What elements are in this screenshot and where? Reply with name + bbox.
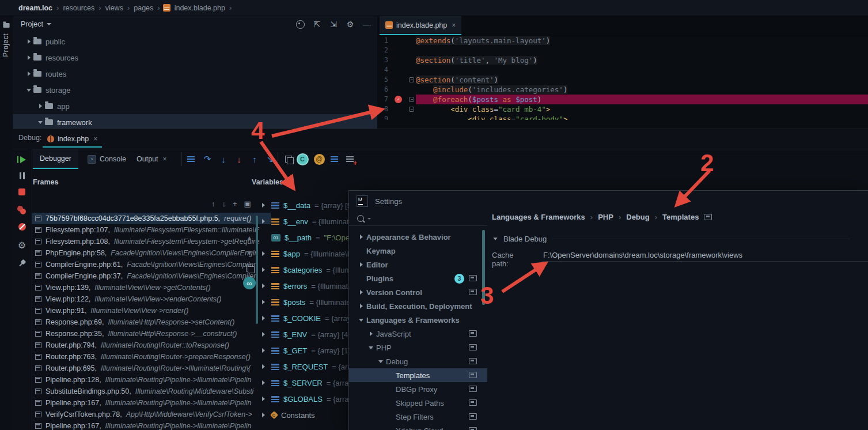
settings-item-plugins[interactable]: Plugins3 (349, 271, 487, 285)
code-area[interactable]: @extends('layouts.main-layout')@section(… (416, 36, 868, 120)
up-icon[interactable]: ↑ (211, 199, 215, 208)
settings-item-javascript[interactable]: JavaScript (349, 327, 487, 341)
layout-menu-icon[interactable] (184, 153, 197, 165)
gutter-line[interactable]: 4 (377, 65, 416, 75)
chevron-right-icon[interactable] (259, 364, 267, 369)
settings-breadcrumb-item[interactable]: PHP (598, 213, 613, 221)
sidebar-item-framework[interactable]: framework (13, 114, 377, 130)
settings-breadcrumb-item[interactable]: Languages & Frameworks (492, 213, 585, 221)
settings-item-languages-frameworks[interactable]: Languages & Frameworks (349, 313, 487, 327)
down-icon[interactable]: ↓ (222, 199, 226, 208)
chevron-right-icon[interactable] (357, 304, 365, 308)
frame-row[interactable]: Filesystem.php:107, Illuminate\Filesyste… (32, 224, 271, 236)
tab-output[interactable]: Output× (130, 149, 174, 169)
gutter-line[interactable]: 7✓ (377, 95, 416, 104)
settings-breadcrumb-item[interactable]: Templates (662, 213, 699, 221)
sidebar-item-public[interactable]: public (13, 33, 377, 50)
settings-item-step-filters[interactable]: Step Filters (349, 410, 487, 424)
infinity-icon[interactable]: ∞ (242, 276, 257, 291)
chevron-right-icon[interactable] (259, 413, 267, 417)
settings-item-version-control[interactable]: Version Control (349, 285, 487, 299)
editor-tab-index-blade-php[interactable]: index.blade.php × (380, 16, 461, 35)
debug-session-tab[interactable]: index.php × (43, 131, 102, 148)
gutter-line[interactable]: 2 (377, 46, 416, 55)
chevron-right-icon[interactable] (259, 397, 267, 401)
chevron-right-icon[interactable] (259, 251, 267, 256)
frame-row[interactable]: Response.php:35, Illuminate\Http\Respons… (32, 328, 271, 340)
chevron-right-icon[interactable] (24, 55, 33, 60)
expand-all-icon[interactable]: ⇱ (312, 20, 321, 29)
frame-row[interactable]: 75b7597bf68ccc04dc3771e8e335fa25ebbab55f… (32, 213, 271, 224)
add-icon[interactable]: + (233, 199, 237, 208)
locate-icon[interactable] (295, 20, 305, 29)
step-into-icon[interactable]: ↓ (217, 153, 230, 165)
chevron-right-icon[interactable] (357, 235, 365, 239)
chevron-right-icon[interactable] (259, 219, 267, 224)
chevron-down-icon[interactable] (36, 121, 45, 124)
gutter-line[interactable]: 8 (377, 104, 416, 114)
fold-marker-icon[interactable] (409, 107, 414, 112)
settings-item-editor[interactable]: Editor (349, 258, 487, 271)
chevron-right-icon[interactable] (36, 104, 45, 108)
chevron-down-icon[interactable] (24, 89, 33, 92)
chevron-down-icon[interactable] (367, 346, 375, 349)
run-to-cursor-icon[interactable]: ↘ (264, 153, 276, 165)
force-step-into-icon[interactable]: ↓ (233, 153, 245, 165)
gutter-line[interactable]: 5 (377, 75, 416, 85)
stop-icon[interactable] (17, 187, 27, 197)
resume-icon[interactable] (17, 154, 27, 165)
breadcrumb-item[interactable]: dream.loc (18, 4, 52, 12)
settings-item-debug[interactable]: Debug (349, 354, 487, 368)
settings-item-templates[interactable]: Templates (349, 368, 487, 382)
settings-item-skipped-paths[interactable]: Skipped Paths (349, 396, 487, 410)
blade-debug-section[interactable]: Blade Debug (493, 235, 850, 243)
settings-item-appearance-behavior[interactable]: Appearance & Behavior (349, 230, 487, 244)
chevron-right-icon[interactable] (259, 348, 267, 353)
frame-row[interactable]: PhpEngine.php:58, Facade\Ignition\Views\… (32, 247, 271, 259)
sidebar-item-app[interactable]: app (13, 98, 377, 114)
minus-icon[interactable]: − (242, 216, 257, 231)
chevron-right-icon[interactable] (259, 316, 267, 320)
chevron-right-icon[interactable] (259, 203, 267, 208)
settings-icon[interactable]: ⚙ (346, 20, 355, 29)
chevron-right-icon[interactable] (259, 380, 267, 385)
chevron-right-icon[interactable] (259, 332, 267, 337)
restore-layout-icon[interactable] (282, 153, 295, 165)
chevron-right-icon[interactable] (259, 284, 267, 288)
frame-row[interactable]: Pipeline.php:128, Illuminate\Routing\Pip… (32, 374, 271, 386)
breadcrumb-item[interactable]: resources (63, 4, 94, 12)
chevron-down-icon[interactable] (357, 319, 365, 322)
chevron-right-icon[interactable] (24, 39, 33, 44)
tab-console[interactable]: ›Console (81, 149, 133, 169)
settings-item-build-execution-deployment[interactable]: Build, Execution, Deployment (349, 299, 487, 313)
frame-row[interactable]: Pipeline.php:167, Illuminate\Routing\Pip… (32, 397, 271, 409)
debug-settings-icon[interactable]: ⚙ (17, 240, 27, 250)
chevron-right-icon[interactable] (24, 71, 33, 76)
project-tool-window-tab[interactable]: Project (0, 16, 13, 430)
settings-search-input[interactable] (357, 215, 371, 222)
view-breakpoints-icon[interactable] (17, 205, 27, 216)
collapse-all-icon[interactable]: ⇲ (329, 20, 338, 29)
pause-icon[interactable] (17, 171, 27, 181)
frame-row[interactable]: View.php:139, Illuminate\View\View->getC… (32, 282, 271, 293)
mute-breakpoints-icon[interactable] (17, 221, 27, 232)
gutter-line[interactable]: 6 (377, 85, 416, 95)
breadcrumb-item[interactable]: pages (134, 4, 153, 12)
breadcrumb-item[interactable]: index.blade.php (175, 4, 225, 12)
sidebar-item-resources[interactable]: resources (13, 50, 377, 66)
breadcrumb-item[interactable]: views (105, 4, 123, 12)
chevron-right-icon[interactable] (259, 300, 267, 304)
frame-row[interactable]: CompilerEngine.php:61, Facade\Ignition\V… (32, 259, 271, 270)
frames-scrollbar[interactable] (256, 216, 258, 324)
frame-row[interactable]: Pipeline.php:167, Illuminate\Routing\Pip… (32, 420, 271, 430)
chevron-right-icon[interactable] (357, 290, 365, 295)
at-sign-icon[interactable]: @ (313, 153, 325, 165)
chevron-down-icon[interactable] (377, 360, 385, 363)
collapse-arrow-icon[interactable] (493, 237, 497, 240)
frame-row[interactable]: Filesystem.php:108, Illuminate\Filesyste… (32, 236, 271, 247)
frame-row[interactable]: Router.php:695, Illuminate\Routing\Route… (32, 363, 271, 374)
sidebar-item-routes[interactable]: routes (13, 66, 377, 82)
editor[interactable]: index.blade.php × 1234567✓89 @extends('l… (377, 16, 868, 129)
settings-breadcrumb-item[interactable]: Debug (626, 213, 649, 221)
copy-stack-icon[interactable] (242, 261, 257, 276)
